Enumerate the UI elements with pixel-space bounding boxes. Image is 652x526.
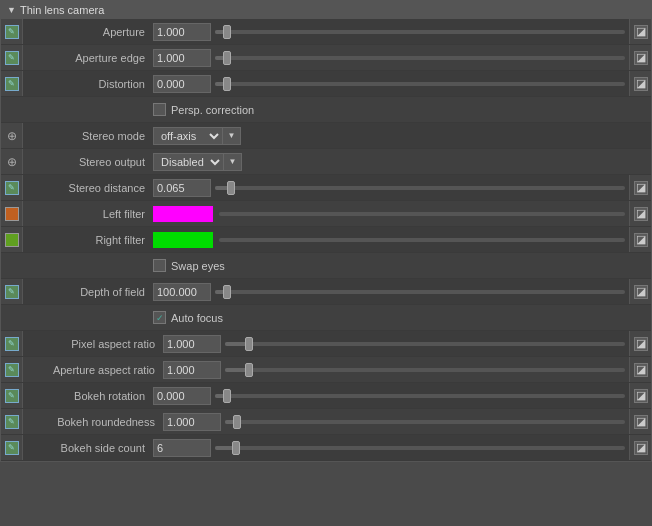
depth-of-field-input[interactable] [153, 283, 211, 301]
edit-icon: ✎ [5, 441, 19, 455]
stereo-distance-right-icon[interactable]: ◪ [629, 175, 651, 200]
bokeh-side-count-label: Bokeh side count [23, 442, 153, 454]
bokeh-roundedness-slider-thumb[interactable] [233, 415, 241, 429]
distortion-right-icon[interactable]: ◪ [629, 71, 651, 96]
edit-icon: ✎ [5, 181, 19, 195]
aperture-edge-input[interactable] [153, 49, 211, 67]
bokeh-rotation-slider-track[interactable] [215, 394, 625, 398]
aperture-edge-slider-track[interactable] [215, 56, 625, 60]
aperture-left-icon[interactable]: ✎ [1, 19, 23, 44]
row-bokeh-roundedness: ✎ Bokeh roundedness ◪ [1, 409, 651, 435]
pixel-aspect-ratio-right-icon[interactable]: ◪ [629, 331, 651, 356]
bokeh-side-count-left-icon[interactable]: ✎ [1, 435, 23, 460]
bokeh-rotation-left-icon[interactable]: ✎ [1, 383, 23, 408]
distortion-input[interactable] [153, 75, 211, 93]
auto-focus-checkbox[interactable]: ✓ [153, 311, 166, 324]
link-icon: ◪ [634, 389, 648, 403]
pixel-aspect-ratio-slider-track[interactable] [225, 342, 625, 346]
color-right-icon [5, 233, 19, 247]
left-filter-left-icon[interactable] [1, 201, 23, 226]
distortion-left-icon[interactable]: ✎ [1, 71, 23, 96]
persp-correction-label: Persp. correction [171, 104, 254, 116]
edit-icon: ✎ [5, 363, 19, 377]
right-filter-right-icon[interactable]: ◪ [629, 227, 651, 252]
persp-correction-checkbox[interactable] [153, 103, 166, 116]
stereo-output-dropdown-arrow[interactable]: ▼ [224, 153, 242, 171]
stereo-output-select[interactable]: Disabled [153, 153, 224, 171]
aperture-slider-track[interactable] [215, 30, 625, 34]
pixel-aspect-ratio-input[interactable] [163, 335, 221, 353]
row-aperture-edge: ✎ Aperture edge ◪ [1, 45, 651, 71]
bokeh-roundedness-left-icon[interactable]: ✎ [1, 409, 23, 434]
pixel-aspect-ratio-label: Pixel aspect ratio [23, 338, 163, 350]
link-icon: ◪ [634, 441, 648, 455]
depth-of-field-left-icon[interactable]: ✎ [1, 279, 23, 304]
row-aperture: ✎ Aperture ◪ [1, 19, 651, 45]
bokeh-rotation-label: Bokeh rotation [23, 390, 153, 402]
depth-of-field-right-icon[interactable]: ◪ [629, 279, 651, 304]
bokeh-side-count-input[interactable] [153, 439, 211, 457]
bokeh-rotation-slider-thumb[interactable] [223, 389, 231, 403]
stereo-mode-select[interactable]: off-axis [153, 127, 223, 145]
stereo-distance-left-icon[interactable]: ✎ [1, 175, 23, 200]
right-filter-left-icon[interactable] [1, 227, 23, 252]
aperture-edge-right-icon[interactable]: ◪ [629, 45, 651, 70]
bokeh-roundedness-right-icon[interactable]: ◪ [629, 409, 651, 434]
row-stereo-distance: ✎ Stereo distance ◪ [1, 175, 651, 201]
depth-of-field-label: Depth of field [23, 286, 153, 298]
right-filter-swatch[interactable] [153, 232, 213, 248]
link-icon: ◪ [634, 51, 648, 65]
distortion-slider-track[interactable] [215, 82, 625, 86]
aperture-aspect-ratio-input[interactable] [163, 361, 221, 379]
bokeh-rotation-input[interactable] [153, 387, 211, 405]
aperture-label: Aperture [23, 26, 153, 38]
bokeh-roundedness-slider-track[interactable] [225, 420, 625, 424]
depth-of-field-slider-track[interactable] [215, 290, 625, 294]
left-filter-right-icon[interactable]: ◪ [629, 201, 651, 226]
left-filter-swatch[interactable] [153, 206, 213, 222]
aperture-aspect-ratio-right-icon[interactable]: ◪ [629, 357, 651, 382]
stereo-mode-dropdown-wrapper: off-axis ▼ [153, 127, 241, 145]
collapse-arrow[interactable]: ▼ [7, 5, 16, 15]
aperture-aspect-ratio-left-icon[interactable]: ✎ [1, 357, 23, 382]
panel-header[interactable]: ▼ Thin lens camera [1, 1, 651, 19]
rows-container: ✎ Aperture ◪ ✎ Aperture edge ◪ ✎ Distort… [1, 19, 651, 461]
stereo-mode-left-icon[interactable]: ⊕ [1, 123, 23, 148]
stereo-output-left-icon[interactable]: ⊕ [1, 149, 23, 174]
link-icon: ◪ [634, 337, 648, 351]
left-filter-slider-track[interactable] [219, 212, 625, 216]
aperture-edge-slider-thumb[interactable] [223, 51, 231, 65]
bokeh-side-count-right-icon[interactable]: ◪ [629, 435, 651, 460]
link-icon: ◪ [634, 77, 648, 91]
bokeh-side-count-slider-track[interactable] [215, 446, 625, 450]
stereo-distance-slider-thumb[interactable] [227, 181, 235, 195]
edit-icon: ✎ [5, 415, 19, 429]
stereo-distance-label: Stereo distance [23, 182, 153, 194]
swap-eyes-checkbox[interactable] [153, 259, 166, 272]
aperture-edge-left-icon[interactable]: ✎ [1, 45, 23, 70]
bokeh-rotation-right-icon[interactable]: ◪ [629, 383, 651, 408]
link-icon: ◪ [634, 363, 648, 377]
bokeh-side-count-slider-thumb[interactable] [232, 441, 240, 455]
bokeh-roundedness-input[interactable] [163, 413, 221, 431]
stereo-distance-slider-track[interactable] [215, 186, 625, 190]
stereo-distance-input[interactable] [153, 179, 211, 197]
depth-of-field-slider-thumb[interactable] [223, 285, 231, 299]
aperture-aspect-ratio-slider-track[interactable] [225, 368, 625, 372]
aperture-input[interactable] [153, 23, 211, 41]
edit-icon: ✎ [5, 25, 19, 39]
aperture-right-icon[interactable]: ◪ [629, 19, 651, 44]
pixel-aspect-ratio-slider-thumb[interactable] [245, 337, 253, 351]
link-icon: ◪ [634, 25, 648, 39]
stereo-mode-dropdown-arrow[interactable]: ▼ [223, 127, 241, 145]
right-filter-slider-track[interactable] [219, 238, 625, 242]
thin-lens-camera-panel: ▼ Thin lens camera ✎ Aperture ◪ ✎ Apertu… [0, 0, 652, 462]
pixel-aspect-ratio-left-icon[interactable]: ✎ [1, 331, 23, 356]
color-left-icon [5, 207, 19, 221]
distortion-slider-thumb[interactable] [223, 77, 231, 91]
stereo-icon: ⊕ [5, 155, 19, 169]
edit-icon: ✎ [5, 51, 19, 65]
aperture-aspect-ratio-slider-thumb[interactable] [245, 363, 253, 377]
row-depth-of-field: ✎ Depth of field ◪ [1, 279, 651, 305]
aperture-slider-thumb[interactable] [223, 25, 231, 39]
